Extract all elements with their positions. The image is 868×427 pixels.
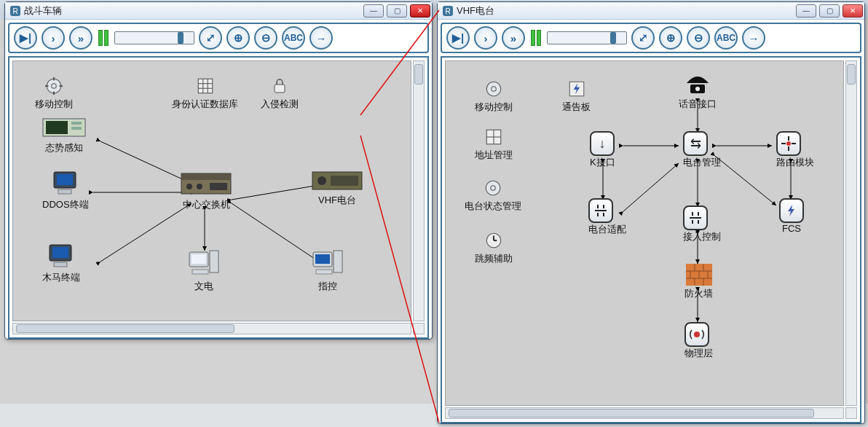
svg-rect-34 bbox=[210, 183, 227, 190]
io-icon bbox=[588, 198, 613, 223]
svg-line-55 bbox=[715, 156, 776, 205]
horizontal-scrollbar[interactable] bbox=[445, 407, 844, 419]
svg-rect-37 bbox=[210, 251, 218, 273]
node-label: VHF电台 bbox=[312, 194, 363, 207]
node-label: 指控 bbox=[312, 280, 344, 293]
node-hop-assist[interactable]: 跳频辅助 bbox=[475, 230, 513, 265]
next-button[interactable]: → bbox=[742, 26, 765, 50]
node-ids[interactable]: 入侵检测 bbox=[261, 76, 299, 111]
svg-point-8 bbox=[47, 79, 61, 93]
svg-rect-42 bbox=[316, 270, 332, 274]
diagram-canvas-right[interactable]: 移动控制 通告板 话音接口 地址管理 ↓K接口 ⇆电台管理 路由模块 电台状态管… bbox=[445, 60, 844, 406]
crosshair-icon bbox=[776, 131, 801, 156]
close-button[interactable]: ✕ bbox=[410, 4, 430, 17]
node-mobile-control[interactable]: 移动控制 bbox=[35, 76, 73, 111]
node-label: 中心交换机 bbox=[181, 198, 232, 211]
node-firewall[interactable]: 防火墙 bbox=[684, 264, 713, 300]
step-play-button[interactable]: ▶| bbox=[446, 26, 470, 50]
maximize-button[interactable]: ▢ bbox=[819, 4, 840, 17]
node-label: 移动控制 bbox=[35, 98, 73, 111]
expand-button[interactable]: ⤢ bbox=[199, 26, 222, 50]
close-button[interactable]: ✕ bbox=[843, 4, 863, 17]
fast-forward-button[interactable]: » bbox=[69, 26, 92, 50]
step-play-button[interactable]: ▶| bbox=[14, 26, 37, 50]
svg-line-4 bbox=[100, 203, 192, 262]
brick-wall-icon bbox=[686, 264, 712, 286]
node-trojan[interactable]: 木马终端 bbox=[42, 243, 80, 284]
node-central-switch[interactable]: 中心交换机 bbox=[181, 171, 232, 211]
zoom-in-button[interactable]: ⊕ bbox=[659, 26, 682, 50]
node-access-control[interactable]: 接入控制 bbox=[683, 205, 721, 243]
speed-slider[interactable] bbox=[114, 31, 194, 44]
node-radio-manager[interactable]: ⇆电台管理 bbox=[683, 131, 721, 169]
node-vhf-radio[interactable]: VHF电台 bbox=[312, 169, 363, 207]
expand-button[interactable]: ⤢ bbox=[631, 26, 655, 50]
speed-slider[interactable] bbox=[547, 31, 627, 44]
grid-icon bbox=[484, 127, 504, 147]
svg-line-7 bbox=[232, 203, 319, 262]
node-radio-adapter[interactable]: 电台适配 bbox=[588, 198, 626, 236]
node-fcs[interactable]: FCS bbox=[779, 198, 804, 234]
radio-device-icon bbox=[312, 169, 363, 192]
pc-icon bbox=[312, 249, 344, 278]
node-route-module[interactable]: 路由模块 bbox=[776, 131, 814, 169]
node-situation[interactable]: 态势感知 bbox=[42, 118, 86, 154]
node-k-interface[interactable]: ↓K接口 bbox=[590, 131, 615, 169]
node-label: 通告板 bbox=[562, 101, 591, 114]
svg-text:R: R bbox=[12, 7, 17, 15]
play-button[interactable]: › bbox=[42, 26, 65, 50]
node-label: 路由模块 bbox=[776, 156, 814, 169]
window-vhf-radio: R VHF电台 — ▢ ✕ ▶| › » ⤢ ⊕ ⊖ ABC → bbox=[437, 1, 865, 424]
node-label: 地址管理 bbox=[475, 149, 513, 162]
switch-rack-icon bbox=[181, 171, 232, 197]
minimize-button[interactable]: — bbox=[796, 4, 816, 17]
svg-rect-25 bbox=[57, 174, 73, 185]
node-label: FCS bbox=[779, 223, 804, 234]
node-zhikong[interactable]: 指控 bbox=[312, 249, 344, 293]
svg-line-6 bbox=[232, 185, 319, 200]
zoom-out-button[interactable]: ⊖ bbox=[254, 26, 277, 50]
diagram-canvas-left[interactable]: 移动控制 身份认证数据库 入侵检测 态势感知 DDOS终端 木马终端 bbox=[12, 60, 411, 321]
app-icon: R bbox=[442, 5, 454, 17]
app-icon: R bbox=[9, 5, 21, 17]
node-label: 电台状态管理 bbox=[465, 200, 521, 213]
play-button[interactable]: › bbox=[474, 26, 497, 50]
zoom-out-button[interactable]: ⊖ bbox=[687, 26, 710, 50]
window-buttons: — ▢ ✕ bbox=[794, 3, 864, 19]
node-voice-interface[interactable]: 话音接口 bbox=[679, 74, 717, 111]
vertical-scrollbar[interactable] bbox=[845, 60, 857, 406]
computer-icon bbox=[47, 243, 76, 270]
down-arrow-icon: ↓ bbox=[590, 131, 615, 156]
gear-icon bbox=[484, 79, 504, 99]
zoom-in-button[interactable]: ⊕ bbox=[226, 26, 250, 50]
node-label: 接入控制 bbox=[683, 230, 721, 243]
node-radio-state-mgr[interactable]: 电台状态管理 bbox=[465, 178, 521, 213]
titlebar-right[interactable]: R VHF电台 — ▢ ✕ bbox=[438, 2, 864, 20]
horizontal-scrollbar[interactable] bbox=[12, 323, 411, 334]
canvas-wrap-left: 移动控制 身份认证数据库 入侵检测 态势感知 DDOS终端 木马终端 bbox=[8, 56, 429, 339]
node-notice-board[interactable]: 通告板 bbox=[562, 79, 591, 114]
pc-icon bbox=[188, 249, 220, 278]
node-addr-mgr[interactable]: 地址管理 bbox=[475, 127, 513, 162]
fast-forward-button[interactable]: » bbox=[502, 26, 525, 50]
node-physical-layer[interactable]: 物理层 bbox=[684, 322, 713, 360]
node-label: 身份认证数据库 bbox=[172, 98, 238, 111]
broadcast-icon bbox=[684, 322, 709, 347]
svg-rect-23 bbox=[71, 127, 82, 130]
labels-button[interactable]: ABC bbox=[714, 26, 738, 50]
node-mobile-control[interactable]: 移动控制 bbox=[475, 79, 513, 114]
node-auth-db[interactable]: 身份认证数据库 bbox=[172, 76, 238, 111]
next-button[interactable]: → bbox=[309, 26, 333, 50]
node-wendian[interactable]: 文电 bbox=[188, 249, 220, 293]
vertical-scrollbar[interactable] bbox=[413, 60, 425, 321]
svg-rect-21 bbox=[46, 121, 68, 134]
minimize-button[interactable]: — bbox=[363, 4, 384, 17]
node-label: 移动控制 bbox=[475, 101, 513, 114]
svg-rect-41 bbox=[334, 251, 342, 273]
svg-rect-14 bbox=[198, 79, 213, 93]
maximize-button[interactable]: ▢ bbox=[387, 4, 407, 17]
scope-icon bbox=[42, 118, 86, 140]
node-ddos[interactable]: DDOS终端 bbox=[42, 171, 89, 211]
titlebar-left[interactable]: R 战斗车辆 — ▢ ✕ bbox=[5, 2, 432, 20]
labels-button[interactable]: ABC bbox=[282, 26, 305, 50]
